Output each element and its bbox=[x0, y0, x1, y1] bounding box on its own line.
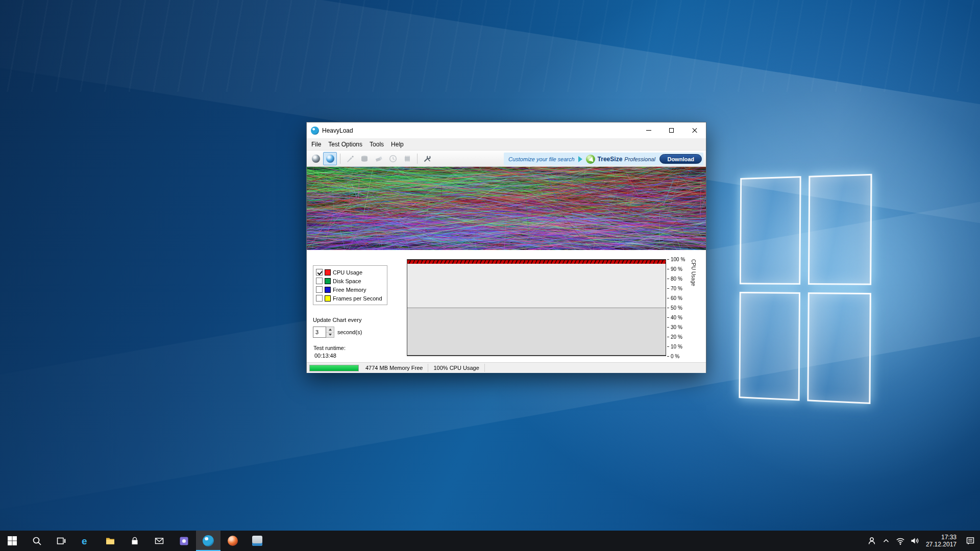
windows-logo-pane bbox=[807, 292, 871, 404]
heavyload-icon bbox=[203, 535, 214, 546]
close-icon bbox=[692, 128, 698, 134]
pinned-app-button-1[interactable] bbox=[172, 531, 196, 551]
heavyload-taskbar-button[interactable] bbox=[196, 531, 220, 551]
interval-unit-label: second(s) bbox=[337, 327, 362, 338]
y-tick-label: 0 % bbox=[667, 354, 679, 359]
desktop-wallpaper: HeavyLoad File Test Options Tools Help bbox=[0, 0, 980, 531]
update-chart-label: Update Chart every bbox=[313, 317, 361, 323]
menu-test-options[interactable]: Test Options bbox=[325, 139, 366, 149]
download-button[interactable]: Download bbox=[659, 154, 702, 164]
interval-down-button[interactable] bbox=[326, 333, 334, 338]
fps-checkbox[interactable] bbox=[316, 295, 323, 302]
clock-icon bbox=[388, 154, 398, 163]
menu-file[interactable]: File bbox=[308, 139, 325, 149]
ad-tagline: Customize your file search bbox=[508, 156, 575, 162]
legend-label: CPU Usage bbox=[333, 269, 362, 276]
title-bar[interactable]: HeavyLoad bbox=[307, 122, 706, 138]
show-hidden-icons-button[interactable] bbox=[879, 531, 893, 551]
windows-start-icon bbox=[7, 536, 17, 546]
gpu-stress-button[interactable] bbox=[343, 152, 357, 165]
interval-input[interactable] bbox=[313, 327, 326, 338]
disk-write-button[interactable] bbox=[357, 152, 371, 165]
edge-icon: e bbox=[80, 535, 91, 546]
pinned-app-button-3[interactable] bbox=[245, 531, 270, 551]
allocate-memory-button[interactable] bbox=[400, 152, 414, 165]
toolbar: Customize your file search TreeSize Prof… bbox=[307, 150, 706, 167]
legend-row-memory: Free Memory bbox=[316, 285, 384, 294]
network-button[interactable] bbox=[893, 531, 908, 551]
people-button[interactable] bbox=[865, 531, 879, 551]
task-view-icon bbox=[56, 536, 66, 546]
stress-noise-canvas bbox=[307, 167, 706, 250]
ad-edition: Professional bbox=[624, 156, 655, 162]
memory-color-swatch bbox=[325, 287, 331, 293]
volume-button[interactable] bbox=[908, 531, 922, 551]
toolbar-separator bbox=[417, 154, 418, 164]
status-bar: 4774 MB Memory Free 100% CPU Usage bbox=[307, 362, 706, 373]
clean-disk-button[interactable] bbox=[372, 152, 385, 165]
cpu-usage-checkbox[interactable] bbox=[316, 269, 323, 276]
fps-color-swatch bbox=[325, 295, 331, 302]
treesize-ad-banner[interactable]: Customize your file search TreeSize Prof… bbox=[504, 153, 703, 165]
windows-logo bbox=[739, 174, 872, 404]
start-button[interactable] bbox=[0, 531, 24, 551]
start-test-button[interactable] bbox=[309, 152, 323, 165]
task-view-button[interactable] bbox=[49, 531, 74, 551]
memory-progress-bar bbox=[309, 365, 359, 371]
menu-tools[interactable]: Tools bbox=[366, 139, 387, 149]
legend-row-cpu: CPU Usage bbox=[316, 268, 384, 277]
window-title: HeavyLoad bbox=[322, 127, 353, 134]
legend-row-fps: Frames per Second bbox=[316, 294, 384, 303]
maximize-button[interactable] bbox=[660, 122, 683, 138]
file-explorer-icon bbox=[105, 536, 115, 546]
y-tick-label: 20 % bbox=[667, 334, 682, 339]
mail-button[interactable] bbox=[147, 531, 172, 551]
edge-button[interactable]: e bbox=[74, 531, 98, 551]
up-arrow-icon bbox=[329, 329, 332, 331]
legend-label: Free Memory bbox=[333, 287, 366, 293]
memory-test-button[interactable] bbox=[386, 152, 400, 165]
search-icon bbox=[32, 536, 42, 546]
heavyload-app-icon bbox=[311, 127, 319, 135]
person-icon bbox=[867, 536, 877, 546]
light-streaks bbox=[0, 0, 980, 92]
minimize-button[interactable] bbox=[637, 122, 660, 138]
y-tick-label: 70 % bbox=[667, 286, 682, 291]
windows-logo-pane bbox=[739, 292, 800, 401]
runtime-value: 00:13:48 bbox=[314, 353, 336, 359]
taskbar-clock[interactable]: 17:33 27.12.2017 bbox=[922, 531, 961, 551]
speaker-icon bbox=[910, 536, 920, 546]
runtime-label: Test runtime: bbox=[313, 345, 346, 351]
y-tick-label: 100 % bbox=[667, 257, 685, 262]
interval-up-button[interactable] bbox=[326, 327, 334, 333]
disk-color-swatch bbox=[325, 278, 331, 284]
free-memory-checkbox[interactable] bbox=[316, 286, 323, 293]
store-icon bbox=[130, 536, 140, 546]
stop-test-button[interactable] bbox=[323, 152, 337, 165]
disk-space-checkbox[interactable] bbox=[316, 278, 323, 284]
search-button[interactable] bbox=[24, 531, 49, 551]
cpu-usage-series-line bbox=[407, 260, 666, 264]
windows-logo-pane bbox=[740, 176, 801, 285]
menu-help[interactable]: Help bbox=[387, 139, 407, 149]
toolbar-separator bbox=[340, 154, 340, 164]
orange-orb-app-icon bbox=[228, 536, 238, 546]
pinned-app-button-2[interactable] bbox=[220, 531, 245, 551]
y-tick-label: 50 % bbox=[667, 305, 682, 310]
wrench-icon bbox=[423, 154, 432, 163]
legend-label: Disk Space bbox=[333, 278, 361, 284]
y-axis-ticks: 100 %90 %80 %70 %60 %50 %40 %30 %20 %10 … bbox=[667, 259, 691, 356]
cpu-usage-chart bbox=[407, 259, 666, 356]
mail-icon bbox=[154, 536, 164, 546]
settings-button[interactable] bbox=[420, 152, 434, 165]
y-tick-label: 80 % bbox=[667, 276, 682, 281]
ad-arrow-icon bbox=[578, 156, 582, 162]
clock-date: 27.12.2017 bbox=[926, 541, 957, 548]
wifi-icon bbox=[895, 536, 905, 546]
close-button[interactable] bbox=[683, 122, 706, 138]
file-explorer-button[interactable] bbox=[98, 531, 122, 551]
y-tick-label: 40 % bbox=[667, 315, 682, 320]
action-center-button[interactable] bbox=[961, 531, 980, 551]
taskbar: e bbox=[0, 531, 980, 551]
store-button[interactable] bbox=[122, 531, 147, 551]
